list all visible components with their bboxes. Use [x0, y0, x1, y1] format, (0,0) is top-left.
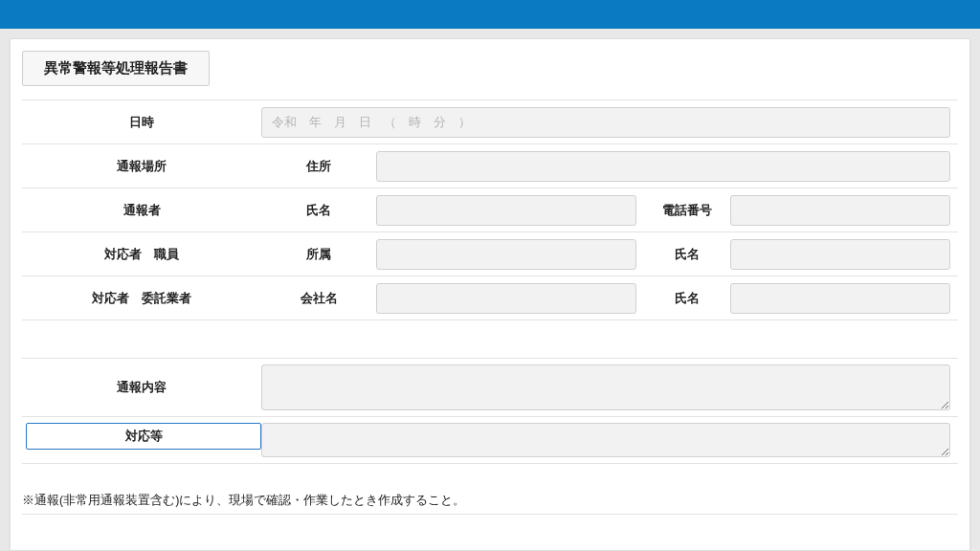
sublabel-reporter-phone: 電話番号 — [644, 202, 730, 219]
label-report-content: 通報内容 — [22, 364, 261, 410]
label-responder-contractor: 対応者 委託業者 — [22, 290, 261, 307]
app-header-bar — [0, 0, 980, 29]
sublabel-contractor-name: 氏名 — [644, 290, 730, 307]
textarea-report-content[interactable] — [261, 364, 950, 410]
label-datetime: 日時 — [22, 114, 261, 131]
sublabel-reporter-name: 氏名 — [261, 202, 376, 219]
row-report-content: 通報内容 — [22, 359, 958, 417]
input-staff-dept[interactable] — [376, 239, 636, 270]
input-datetime[interactable] — [261, 107, 950, 138]
row-responder-contractor: 対応者 委託業者 会社名 氏名 — [22, 276, 958, 320]
row-datetime: 日時 — [22, 100, 958, 144]
report-form-page: 異常警報等処理報告書 日時 通報場所 住所 通報者 氏名 電話番号 対応者 職員… — [10, 38, 970, 551]
row-response: 対応等 — [22, 417, 958, 464]
form-rows: 日時 通報場所 住所 通報者 氏名 電話番号 対応者 職員 所属 氏名 対応者 — [22, 99, 958, 464]
row-reporter: 通報者 氏名 電話番号 — [22, 188, 958, 232]
row-responder-staff: 対応者 職員 所属 氏名 — [22, 232, 958, 276]
input-location-address[interactable] — [376, 151, 950, 182]
row-location: 通報場所 住所 — [22, 144, 958, 188]
input-contractor-name[interactable] — [730, 283, 950, 314]
sublabel-staff-dept: 所属 — [261, 246, 376, 263]
sublabel-contractor-company: 会社名 — [261, 290, 376, 307]
form-title: 異常警報等処理報告書 — [22, 51, 210, 86]
label-responder-staff: 対応者 職員 — [22, 246, 261, 263]
input-reporter-name[interactable] — [376, 195, 636, 226]
row-spacer — [22, 320, 958, 359]
label-reporter: 通報者 — [22, 202, 261, 219]
input-staff-name[interactable] — [730, 239, 950, 270]
input-contractor-company[interactable] — [376, 283, 636, 314]
sublabel-location-address: 住所 — [261, 158, 376, 175]
label-location: 通報場所 — [22, 158, 261, 175]
textarea-response[interactable] — [261, 423, 950, 457]
input-reporter-phone[interactable] — [730, 195, 950, 226]
sublabel-staff-name: 氏名 — [644, 246, 730, 263]
footer-note: ※通報(非常用通報装置含む)により、現場で確認・作業したとき作成すること。 — [22, 493, 958, 515]
label-response[interactable]: 対応等 — [26, 423, 261, 450]
